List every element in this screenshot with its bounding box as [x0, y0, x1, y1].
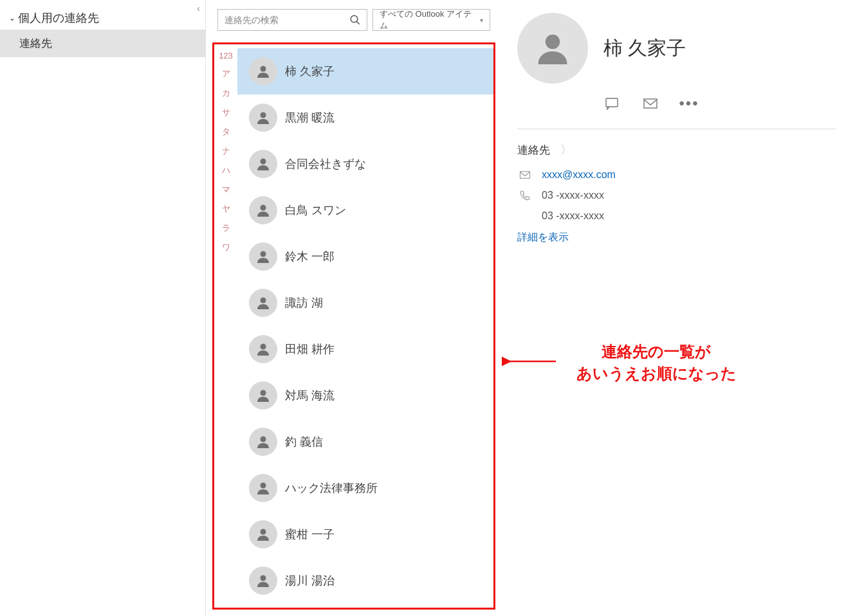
mail-icon — [643, 96, 658, 111]
svg-point-12 — [261, 529, 266, 535]
contact-name: 白鳥 スワン — [285, 203, 346, 218]
info-row-phone-2: 03 -xxxx-xxxx — [517, 210, 836, 222]
svg-point-3 — [261, 113, 266, 118]
avatar — [249, 335, 277, 363]
avatar — [249, 381, 277, 410]
index-letter[interactable]: タ — [222, 126, 230, 138]
index-letter[interactable]: マ — [222, 184, 230, 195]
index-letter[interactable]: ハ — [222, 165, 230, 176]
contact-row[interactable]: 鈴木 一郎 — [237, 233, 493, 280]
search-button[interactable] — [344, 10, 367, 30]
index-letter[interactable]: サ — [222, 107, 230, 118]
contact-name: 釣 義信 — [285, 434, 323, 449]
collapse-sidebar-icon[interactable]: ‹ — [197, 3, 200, 14]
contact-row[interactable]: 田畑 耕作 — [237, 326, 493, 372]
contact-name: 蜜柑 一子 — [285, 527, 335, 542]
contact-name: 黒潮 暖流 — [285, 110, 335, 125]
svg-point-4 — [261, 159, 266, 165]
dropdown-arrow-icon: ▾ — [480, 17, 483, 24]
avatar — [249, 428, 277, 456]
svg-point-11 — [261, 483, 266, 489]
contact-name: ハック法律事務所 — [285, 480, 378, 496]
svg-rect-17 — [520, 172, 530, 179]
scope-dropdown[interactable]: すべての Outlook アイテム ▾ — [372, 9, 490, 31]
action-row: ••• — [517, 95, 836, 112]
person-icon — [255, 249, 271, 264]
contact-name: 合同会社きずな — [285, 156, 366, 172]
contact-row[interactable]: 蜜柑 一子 — [237, 511, 493, 557]
avatar — [249, 104, 277, 132]
index-letter[interactable]: ワ — [222, 242, 230, 253]
search-row: すべての Outlook アイテム ▾ — [206, 0, 502, 40]
avatar — [249, 474, 277, 502]
avatar — [249, 150, 277, 178]
more-actions-button[interactable]: ••• — [681, 95, 697, 112]
person-icon — [255, 156, 271, 172]
index-letter[interactable]: カ — [222, 87, 230, 99]
sidebar-item-contacts[interactable]: 連絡先 — [0, 30, 205, 57]
contact-section-header[interactable]: 連絡先 〉 — [517, 142, 836, 158]
search-icon — [349, 14, 361, 26]
avatar — [249, 520, 277, 548]
phone-value: 03 -xxxx-xxxx — [542, 190, 604, 201]
person-icon — [255, 341, 271, 357]
mail-button[interactable] — [642, 95, 659, 112]
avatar — [249, 196, 277, 224]
nav-group-personal-contacts[interactable]: ⌄ 個人用の連絡先 — [0, 6, 205, 30]
index-letter[interactable]: 123 — [219, 51, 233, 60]
contact-row[interactable]: 黒潮 暖流 — [237, 95, 493, 141]
index-letter[interactable]: ラ — [222, 222, 230, 234]
contact-row[interactable]: 柿 久家子 — [237, 48, 493, 95]
contact-detail-panel: 柿 久家子 ••• 連絡先 〉 xxxx@xxxx.com 03 -xxxx-x… — [502, 0, 855, 616]
contact-row[interactable]: 合同会社きずな — [237, 141, 493, 187]
scope-label: すべての Outlook アイテム — [380, 8, 475, 32]
contacts-column: 柿 久家子黒潮 暖流合同会社きずな白鳥 スワン鈴木 一郎諏訪 湖田畑 耕作対馬 … — [237, 44, 493, 608]
contact-name: 柿 久家子 — [285, 64, 335, 79]
alpha-index: 123アカサタナハマヤラワ — [214, 44, 237, 608]
contact-name: 田畑 耕作 — [285, 341, 335, 357]
contact-row[interactable]: ハック法律事務所 — [237, 465, 493, 511]
search-input[interactable] — [218, 15, 344, 25]
contact-row[interactable]: 湯川 湯治 — [237, 557, 493, 604]
contact-name: 諏訪 湖 — [285, 295, 323, 311]
contact-row[interactable]: 諏訪 湖 — [237, 280, 493, 326]
avatar — [249, 289, 277, 317]
index-letter[interactable]: ヤ — [222, 203, 230, 215]
mail-icon — [519, 169, 531, 181]
search-box — [217, 9, 367, 31]
info-row-email: xxxx@xxxx.com — [517, 169, 836, 181]
svg-point-13 — [261, 575, 266, 581]
avatar — [249, 566, 277, 595]
phone-value: 03 -xxxx-xxxx — [542, 210, 604, 222]
person-icon — [255, 110, 271, 125]
person-icon — [255, 388, 271, 403]
show-details-link[interactable]: 詳細を表示 — [517, 231, 836, 244]
divider — [517, 129, 836, 129]
index-letter[interactable]: ア — [222, 68, 230, 80]
contact-row[interactable]: 白鳥 スワン — [237, 187, 493, 233]
contact-row[interactable]: 対馬 海流 — [237, 372, 493, 419]
contact-row[interactable]: 釣 義信 — [237, 419, 493, 465]
contact-list-panel: すべての Outlook アイテム ▾ 123アカサタナハマヤラワ 柿 久家子黒… — [206, 0, 502, 616]
contact-name-heading: 柿 久家子 — [603, 35, 686, 62]
avatar — [249, 57, 277, 86]
annotation-text: 連絡先の一覧が あいうえお順になった — [560, 341, 753, 384]
person-icon — [255, 434, 271, 449]
svg-rect-16 — [644, 99, 657, 108]
nav-group-label: 個人用の連絡先 — [18, 10, 99, 26]
person-icon — [255, 64, 271, 79]
contact-list-area: 123アカサタナハマヤラワ 柿 久家子黒潮 暖流合同会社きずな白鳥 スワン鈴木 … — [212, 42, 495, 610]
avatar — [517, 13, 588, 84]
annotation-line1: 連絡先の一覧が — [602, 343, 711, 360]
chevron-right-icon: 〉 — [560, 142, 572, 158]
index-letter[interactable]: ナ — [222, 145, 230, 157]
info-row-phone-1: 03 -xxxx-xxxx — [517, 190, 836, 201]
contact-name: 湯川 湯治 — [285, 573, 335, 588]
person-icon — [255, 295, 271, 311]
chevron-down-icon: ⌄ — [9, 14, 15, 23]
chat-button[interactable] — [603, 95, 620, 112]
svg-point-8 — [261, 344, 266, 350]
svg-point-14 — [546, 35, 560, 50]
svg-point-5 — [261, 205, 266, 211]
email-link[interactable]: xxxx@xxxx.com — [542, 169, 616, 181]
